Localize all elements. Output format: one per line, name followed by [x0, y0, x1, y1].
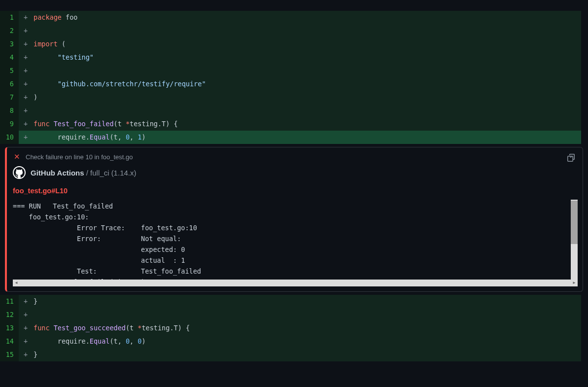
code-content: require.Equal(t, 0, 0) — [31, 335, 581, 348]
diff-line[interactable]: 15+} — [0, 348, 588, 361]
diff-marker: + — [19, 51, 31, 64]
diff-marker: + — [19, 77, 31, 91]
x-fail-icon: ✕ — [13, 152, 21, 161]
code-content — [31, 308, 581, 321]
diff-line[interactable]: 14+ require.Equal(t, 0, 0) — [0, 335, 588, 348]
line-number[interactable]: 12 — [0, 308, 19, 321]
code-content: require.Equal(t, 0, 1) — [31, 131, 581, 144]
diff-line[interactable]: 3+import ( — [0, 37, 588, 51]
workflow-bold: GitHub Actions — [31, 169, 84, 177]
line-number[interactable]: 5 — [0, 64, 19, 77]
diff-marker: + — [19, 348, 31, 361]
diff-line[interactable]: 6+ "github.com/stretchr/testify/require" — [0, 77, 588, 91]
line-number[interactable]: 11 — [0, 295, 19, 308]
line-number[interactable]: 9 — [0, 117, 19, 131]
diff-line[interactable]: 4+ "testing" — [0, 51, 588, 64]
line-number[interactable]: 4 — [0, 51, 19, 64]
check-annotation: ✕ Check failure on line 10 in foo_test.g… — [5, 147, 583, 292]
diff-line[interactable]: 7+) — [0, 91, 588, 104]
diff-line[interactable]: 5+ — [0, 64, 588, 77]
github-icon — [13, 166, 26, 179]
scrollbar-vertical[interactable] — [571, 200, 578, 280]
code-content: func Test_foo_failed(t *testing.T) { — [31, 117, 581, 131]
diff-marker: + — [19, 64, 31, 77]
annotation-output: === RUN Test_foo_failed foo_test.go:10: … — [13, 200, 578, 286]
line-number[interactable]: 7 — [0, 91, 19, 104]
workflow-rest: / full_ci (1.14.x) — [84, 169, 137, 177]
code-content: } — [31, 295, 581, 308]
diff-line[interactable]: 9+func Test_foo_failed(t *testing.T) { — [0, 117, 588, 131]
diff-line[interactable]: 2+ — [0, 24, 588, 37]
line-number[interactable]: 13 — [0, 321, 19, 335]
check-failure-text: Check failure on line 10 in foo_test.go — [26, 153, 133, 161]
scroll-right-arrow-icon[interactable]: ► — [571, 280, 578, 286]
code-content: package foo — [31, 11, 581, 24]
diff-marker: + — [19, 335, 31, 348]
diff-line[interactable]: 8+ — [0, 104, 588, 117]
code-content: ) — [31, 91, 581, 104]
diff-marker: + — [19, 295, 31, 308]
diff-marker: + — [19, 37, 31, 51]
line-number[interactable]: 2 — [0, 24, 19, 37]
code-content — [31, 64, 581, 77]
code-content: func Test_goo_succeeded(t *testing.T) { — [31, 321, 581, 335]
diff-line[interactable]: 11+} — [0, 295, 588, 308]
line-number[interactable]: 1 — [0, 11, 19, 24]
diff-view: 1+package foo2+3+import (4+ "testing"5+6… — [0, 0, 588, 361]
diff-line[interactable]: 1+package foo — [0, 11, 588, 24]
code-content: } — [31, 348, 581, 361]
diff-marker: + — [19, 11, 31, 24]
diff-marker: + — [19, 117, 31, 131]
line-number[interactable]: 8 — [0, 104, 19, 117]
code-content — [31, 24, 581, 37]
diff-marker: + — [19, 91, 31, 104]
scrollbar-horizontal[interactable]: ◄ ► — [13, 280, 578, 286]
line-number[interactable]: 14 — [0, 335, 19, 348]
diff-line[interactable]: 13+func Test_goo_succeeded(t *testing.T)… — [0, 321, 588, 335]
code-content: import ( — [31, 37, 581, 51]
scroll-left-arrow-icon[interactable]: ◄ — [13, 280, 20, 286]
code-content: "github.com/stretchr/testify/require" — [31, 77, 581, 91]
annotation-file-link[interactable]: foo_test.go#L10 — [7, 183, 583, 200]
diff-marker: + — [19, 321, 31, 335]
copy-icon[interactable] — [565, 151, 578, 164]
diff-marker: + — [19, 104, 31, 117]
code-content: "testing" — [31, 51, 581, 64]
diff-marker: + — [19, 308, 31, 321]
line-number[interactable]: 6 — [0, 77, 19, 91]
line-number[interactable]: 10 — [0, 131, 19, 144]
diff-line[interactable]: 10+ require.Equal(t, 0, 1) — [0, 131, 588, 144]
workflow-name[interactable]: GitHub Actions / full_ci (1.14.x) — [31, 169, 136, 177]
line-number[interactable]: 15 — [0, 348, 19, 361]
code-content — [31, 104, 581, 117]
line-number[interactable]: 3 — [0, 37, 19, 51]
diff-line[interactable]: 12+ — [0, 308, 588, 321]
diff-marker: + — [19, 24, 31, 37]
diff-marker: + — [19, 131, 31, 144]
